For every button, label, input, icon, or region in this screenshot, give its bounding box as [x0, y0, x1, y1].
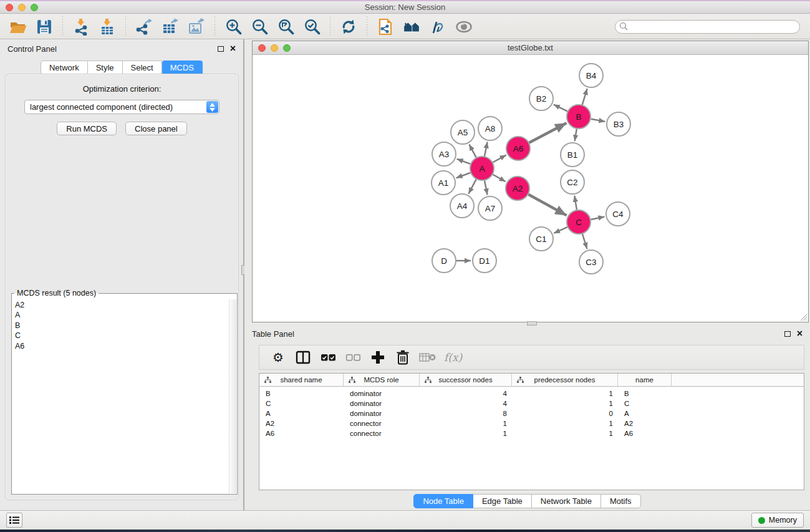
graph-edge-A-A8[interactable] — [485, 142, 488, 157]
search-input[interactable] — [629, 21, 799, 32]
float-panel-icon[interactable] — [784, 331, 791, 337]
delete-table-icon[interactable] — [418, 348, 437, 367]
mcds-result-item[interactable]: C — [12, 331, 229, 341]
graph-edge-A-A2[interactable] — [493, 175, 505, 181]
graph-edge-A-A6[interactable] — [493, 155, 506, 163]
table-row[interactable]: A2connector11A2 — [259, 418, 804, 428]
open-session-icon[interactable] — [9, 17, 27, 36]
search-field[interactable] — [615, 20, 800, 34]
mcds-result-item[interactable]: A2 — [12, 300, 229, 310]
tab-network-table[interactable]: Network Table — [532, 494, 601, 508]
graph-edge-B-B1[interactable] — [575, 129, 577, 142]
mcds-result-item[interactable]: A — [12, 310, 229, 320]
tab-edge-table[interactable]: Edge Table — [473, 494, 532, 508]
graph-node-A2[interactable]: A2 — [506, 177, 529, 200]
show-column-icon[interactable] — [294, 348, 312, 367]
graph-node-B3[interactable]: B3 — [607, 112, 630, 136]
graph-edge-B-B4[interactable] — [582, 89, 587, 105]
graph-edge-B-B3[interactable] — [591, 119, 605, 122]
graph-node-A[interactable]: A — [470, 157, 494, 180]
graph-node-C2[interactable]: C2 — [561, 170, 584, 194]
graph-node-A8[interactable]: A8 — [478, 117, 502, 140]
tab-select[interactable]: Select — [123, 60, 162, 75]
graph-edge-A-A1[interactable] — [456, 173, 471, 178]
table-row[interactable]: Cdominator41C — [259, 399, 804, 409]
graph-node-C[interactable]: C — [567, 210, 591, 234]
import-table-icon[interactable] — [98, 17, 117, 36]
tab-motifs[interactable]: Motifs — [601, 494, 641, 508]
select-all-columns-icon[interactable] — [319, 348, 337, 367]
zoom-in-icon[interactable] — [224, 17, 243, 36]
table-settings-icon[interactable]: ⚙ — [269, 348, 287, 367]
graph-edge-A-A5[interactable] — [469, 144, 476, 157]
create-column-icon[interactable] — [369, 348, 387, 367]
unselect-all-columns-icon[interactable] — [344, 348, 362, 367]
close-panel-icon[interactable]: × — [797, 331, 803, 337]
table-row[interactable]: A6connector11A6 — [259, 428, 804, 438]
graph-edge-C-C3[interactable] — [582, 234, 587, 249]
column-header-successor-nodes[interactable]: successor nodes — [420, 374, 512, 386]
close-panel-button[interactable]: Close panel — [125, 122, 187, 135]
graph-node-C4[interactable]: C4 — [606, 202, 630, 226]
graph-node-B4[interactable]: B4 — [579, 64, 603, 87]
zoom-selected-icon[interactable] — [302, 17, 321, 36]
import-network-icon[interactable] — [72, 17, 90, 36]
export-network-icon[interactable] — [135, 17, 153, 36]
graph-node-C3[interactable]: C3 — [579, 250, 603, 274]
graph-edge-A6-B[interactable] — [529, 123, 567, 143]
graph-node-C1[interactable]: C1 — [529, 227, 553, 251]
graph-node-A3[interactable]: A3 — [432, 142, 456, 166]
apply-layout-icon[interactable] — [339, 17, 358, 36]
graph-edge-C-C1[interactable] — [554, 227, 567, 233]
home-icon[interactable] — [402, 17, 421, 36]
column-header-shared-name[interactable]: shared name — [259, 374, 344, 386]
graph-edge-C-C4[interactable] — [591, 216, 605, 220]
graph-edge-A-A3[interactable] — [457, 159, 471, 164]
column-header-predecessor-nodes[interactable]: predecessor nodes — [512, 374, 618, 386]
graph-node-A4[interactable]: A4 — [450, 194, 474, 218]
graph-edge-A-A4[interactable] — [468, 180, 476, 194]
criterion-dropdown[interactable]: largest connected component (directed) — [24, 100, 219, 114]
close-panel-icon[interactable]: × — [230, 46, 236, 52]
network-canvas[interactable]: B4B2BB3A8A5A6A3B1AC2A1A2A4A7C4CC1DD1C3 — [253, 55, 808, 322]
tab-mcds[interactable]: MCDS — [162, 60, 203, 75]
graph-node-A5[interactable]: A5 — [451, 120, 475, 144]
graph-edge-C-C2[interactable] — [574, 196, 577, 210]
column-header-name[interactable]: name — [618, 374, 672, 386]
task-history-button[interactable] — [6, 513, 22, 528]
graph-edge-A-A7[interactable] — [485, 181, 488, 195]
save-session-icon[interactable] — [35, 17, 54, 36]
graph-edge-A2-C[interactable] — [529, 195, 567, 216]
graph-node-B1[interactable]: B1 — [561, 143, 584, 167]
run-mcds-button[interactable]: Run MCDS — [57, 122, 117, 135]
memory-button[interactable]: Memory — [751, 513, 804, 528]
zoom-out-icon[interactable] — [250, 17, 269, 36]
graph-node-B2[interactable]: B2 — [529, 87, 553, 110]
resize-grip-icon[interactable] — [799, 313, 808, 321]
hide-labels-icon[interactable] — [428, 17, 447, 36]
result-list-scrollbar[interactable] — [229, 299, 236, 493]
graph-node-A1[interactable]: A1 — [432, 171, 455, 195]
network-window-titlebar[interactable]: testGlobe.txt — [253, 41, 808, 55]
graph-edge-B-B2[interactable] — [554, 105, 567, 112]
zoom-fit-icon[interactable] — [276, 17, 295, 36]
graph-node-A6[interactable]: A6 — [506, 137, 530, 160]
show-graphics-details-icon[interactable] — [455, 17, 473, 36]
graph-node-D1[interactable]: D1 — [473, 249, 496, 273]
export-image-icon[interactable] — [187, 17, 206, 36]
column-header-MCDS-role[interactable]: MCDS role — [344, 374, 420, 386]
function-builder-icon[interactable]: f(x) — [444, 351, 462, 364]
graph-node-D[interactable]: D — [432, 249, 456, 273]
table-row[interactable]: Bdominator41B — [259, 389, 804, 399]
graph-node-B[interactable]: B — [567, 105, 591, 128]
graph-node-A7[interactable]: A7 — [478, 196, 502, 220]
delete-columns-icon[interactable] — [393, 348, 412, 367]
tab-network[interactable]: Network — [41, 60, 88, 75]
tab-node-table[interactable]: Node Table — [413, 494, 473, 508]
mcds-result-item[interactable]: A6 — [12, 341, 229, 351]
export-table-icon[interactable] — [161, 17, 180, 36]
mcds-result-item[interactable]: B — [12, 321, 229, 331]
tab-style[interactable]: Style — [88, 60, 123, 75]
create-network-view-icon[interactable] — [376, 17, 395, 36]
table-row[interactable]: Adominator80A — [259, 409, 804, 418]
